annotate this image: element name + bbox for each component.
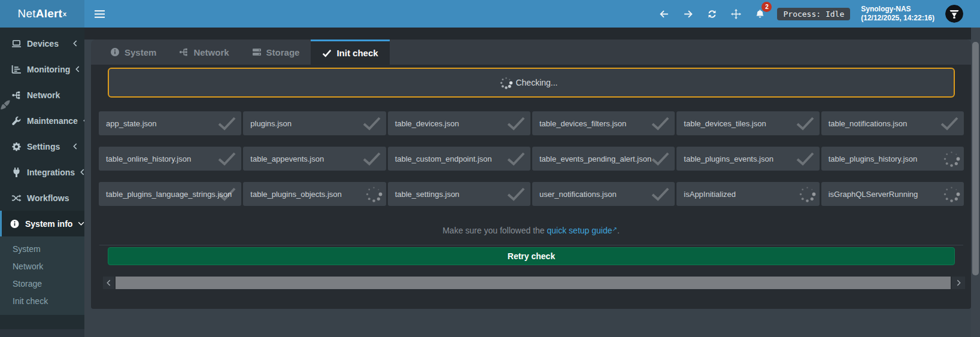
init-check-item-name: table_plugins_language_strings.json xyxy=(106,190,232,199)
init-check-item-name: table_online_history.json xyxy=(106,154,191,163)
horizontal-scrollbar xyxy=(103,277,965,289)
sidebar-item-settings[interactable]: Settings xyxy=(0,133,84,159)
submenu-item-network[interactable]: Network xyxy=(0,258,84,275)
chart-icon xyxy=(11,65,22,74)
init-check-item-name: table_appevents.json xyxy=(250,154,324,163)
top-navbar: NetAlertx 2 xyxy=(0,0,980,28)
navbar-right-cluster: 2 Process: Idle Synology-NAS (12/12/2025… xyxy=(657,5,963,23)
vertical-scrollbar-thumb[interactable] xyxy=(972,42,979,275)
notification-count-badge: 2 xyxy=(761,2,772,12)
arrow-right-icon xyxy=(683,9,693,19)
sidebar-item-label: Integrations xyxy=(27,168,75,177)
sidebar-item-devices[interactable]: Devices xyxy=(0,31,84,56)
hint-text: Make sure you followed the xyxy=(442,226,547,235)
sidebar-footer xyxy=(0,329,84,337)
init-check-item: app_state.json xyxy=(99,111,241,135)
sidebar-item-network[interactable]: Network xyxy=(0,82,84,108)
spinner-icon xyxy=(950,193,953,196)
tab-bar: System Network Storage Init check xyxy=(91,40,971,65)
notifications-button[interactable]: 2 xyxy=(753,7,766,20)
init-check-item: table_plugins_events.json xyxy=(676,147,819,171)
app-logo[interactable]: NetAlertx xyxy=(0,0,84,28)
gear-icon xyxy=(11,142,22,151)
init-check-item-name: plugins.json xyxy=(250,119,292,128)
checking-status-alert: Checking... xyxy=(108,68,955,98)
user-avatar[interactable] xyxy=(945,5,963,23)
check-icon xyxy=(322,48,332,58)
sidebar-item-integrations[interactable]: Integrations xyxy=(0,159,84,185)
init-check-item-name: table_notifications.json xyxy=(829,119,908,128)
sidebar-toggle-button[interactable] xyxy=(93,7,106,20)
refresh-button[interactable] xyxy=(705,7,718,20)
tab-network[interactable]: Network xyxy=(168,40,240,65)
init-check-item: table_devices_filters.json xyxy=(532,111,675,135)
sidebar-item-label: Settings xyxy=(27,142,68,151)
sidebar-item-maintenance[interactable]: Maintenance xyxy=(0,108,84,133)
submenu-item-system[interactable]: System xyxy=(0,241,84,258)
tab-label: Init check xyxy=(336,48,378,58)
checking-status-text: Checking... xyxy=(515,78,557,87)
host-name: Synology-NAS xyxy=(861,5,935,14)
link-text: quick setup guide xyxy=(547,226,612,235)
init-check-item: table_plugins_history.json xyxy=(821,147,964,171)
sidebar-item-label: Network xyxy=(27,90,77,100)
sidebar-item-label: Maintenance xyxy=(27,116,78,126)
quick-setup-guide-link[interactable]: quick setup guide↗ xyxy=(547,226,617,235)
logo-text-alert: Alert xyxy=(36,7,62,20)
init-check-item: table_devices_tiles.json xyxy=(676,111,819,135)
nav-back-button[interactable] xyxy=(657,7,670,20)
move-button[interactable] xyxy=(729,7,742,20)
external-link-icon: ↗ xyxy=(612,226,617,232)
init-check-item: table_plugins_objects.json xyxy=(243,182,386,206)
init-check-item: table_online_history.json xyxy=(99,147,241,171)
check-icon xyxy=(651,151,670,166)
check-icon xyxy=(796,151,815,166)
logo-sup-x: x xyxy=(63,10,66,17)
spinner-icon xyxy=(505,81,508,84)
init-check-item: table_notifications.json xyxy=(821,111,964,135)
horizontal-scrollbar-thumb[interactable] xyxy=(116,277,951,289)
check-icon xyxy=(362,116,381,130)
init-check-item-name: table_custom_endpoint.json xyxy=(395,154,492,163)
check-icon xyxy=(217,187,236,201)
system-info-card: System Network Storage Init check xyxy=(91,40,971,309)
sidebar-item-label: Workflows xyxy=(27,193,77,203)
scroll-right-button[interactable] xyxy=(952,277,965,289)
chevron-left-icon xyxy=(73,40,77,47)
chevron-left-icon xyxy=(107,280,111,286)
init-check-item-name: user_notifications.json xyxy=(539,190,617,199)
check-icon xyxy=(651,187,670,201)
init-check-item: table_custom_endpoint.json xyxy=(388,147,530,171)
init-check-item: plugins.json xyxy=(243,111,386,135)
content-header-band xyxy=(84,28,971,40)
main-content: System Network Storage Init check xyxy=(84,28,980,337)
nav-forward-button[interactable] xyxy=(681,7,694,20)
init-check-item-name: table_settings.json xyxy=(395,190,460,199)
sidebar-item-workflows[interactable]: Workflows xyxy=(0,185,84,211)
scroll-left-button[interactable] xyxy=(103,277,114,289)
tab-init-check[interactable]: Init check xyxy=(311,40,389,65)
hint-suffix: . xyxy=(617,226,620,235)
check-icon xyxy=(796,116,815,130)
vertical-scrollbar[interactable] xyxy=(971,28,980,337)
check-icon xyxy=(362,151,381,166)
tab-label: Network xyxy=(193,47,229,57)
arrows-move-icon xyxy=(731,9,741,19)
init-check-item: table_plugins_language_strings.json xyxy=(99,182,241,206)
retry-check-button[interactable]: Retry check xyxy=(108,247,955,265)
tab-system[interactable]: System xyxy=(99,40,168,65)
chevron-left-icon xyxy=(75,66,80,72)
section-divider xyxy=(99,245,963,245)
spinner-icon xyxy=(372,193,375,196)
sitemap-icon xyxy=(11,90,22,100)
sidebar-item-monitoring[interactable]: Monitoring xyxy=(0,56,84,82)
init-check-item: user_notifications.json xyxy=(532,182,675,206)
chevron-left-icon xyxy=(73,143,77,150)
submenu-item-storage[interactable]: Storage xyxy=(0,275,84,293)
init-check-item-name: table_plugins_events.json xyxy=(684,154,773,163)
submenu-item-init-check[interactable]: Init check xyxy=(0,293,84,310)
tab-storage[interactable]: Storage xyxy=(241,40,311,65)
sidebar-item-system-info[interactable]: System info xyxy=(0,211,84,236)
plug-icon xyxy=(11,168,22,177)
check-icon xyxy=(651,116,670,130)
